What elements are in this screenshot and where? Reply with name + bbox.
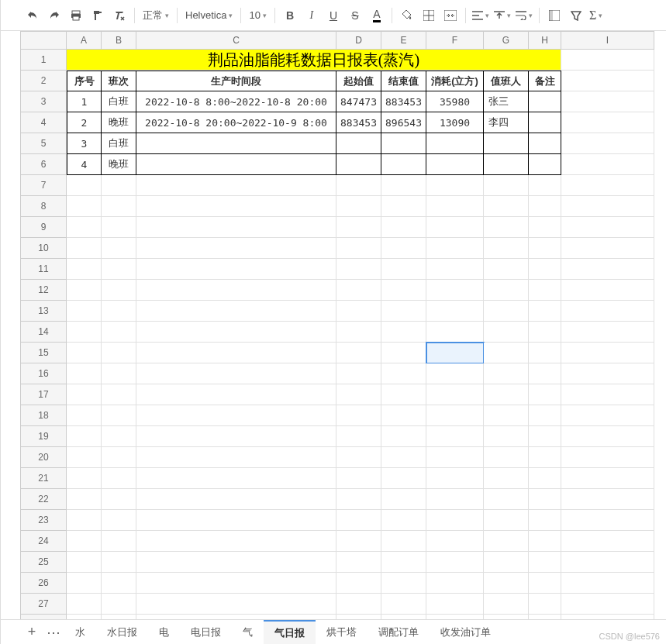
cell[interactable]	[102, 175, 136, 196]
cell[interactable]	[136, 384, 336, 405]
column-header[interactable]: I	[561, 31, 654, 50]
data-cell[interactable]	[484, 133, 529, 154]
cell[interactable]	[529, 217, 561, 238]
row-header[interactable]: 7	[20, 175, 67, 196]
cell[interactable]	[561, 384, 654, 405]
freeze-button[interactable]	[544, 5, 564, 26]
cell[interactable]	[102, 531, 136, 552]
cell[interactable]	[561, 50, 654, 71]
cell[interactable]	[336, 552, 381, 573]
font-dropdown[interactable]: Helvetica▾	[182, 5, 236, 26]
cell[interactable]	[336, 426, 381, 447]
horizontal-scrollbar[interactable]	[67, 584, 654, 594]
cell[interactable]	[102, 259, 136, 280]
row-header[interactable]: 4	[20, 112, 67, 133]
cell[interactable]	[136, 363, 336, 384]
row-header[interactable]: 26	[20, 573, 67, 594]
data-cell[interactable]	[336, 133, 381, 154]
data-cell[interactable]: 1	[67, 91, 102, 112]
cell[interactable]	[67, 384, 102, 405]
cell[interactable]	[381, 594, 426, 615]
row-header[interactable]: 14	[20, 322, 67, 343]
cell[interactable]	[561, 154, 654, 175]
cell[interactable]	[484, 489, 529, 510]
report-title[interactable]: 荆品油脂能耗数据日报表(蒸汽)	[67, 50, 561, 71]
cell[interactable]	[336, 363, 381, 384]
cell[interactable]	[67, 217, 102, 238]
fontsize-dropdown[interactable]: 10▾	[246, 5, 269, 26]
cell[interactable]	[136, 552, 336, 573]
cell[interactable]	[102, 363, 136, 384]
cell[interactable]	[561, 112, 654, 133]
cell[interactable]	[67, 594, 102, 615]
data-cell[interactable]	[136, 133, 336, 154]
cell[interactable]	[529, 301, 561, 322]
cell[interactable]	[484, 322, 529, 343]
valign-button[interactable]: ▾	[492, 5, 512, 26]
data-cell[interactable]: 13090	[426, 112, 484, 133]
cell[interactable]	[484, 343, 529, 363]
data-cell[interactable]: 2	[67, 112, 102, 133]
data-cell[interactable]: 847473	[336, 91, 381, 112]
cell[interactable]	[336, 259, 381, 280]
cell[interactable]	[102, 280, 136, 301]
cell[interactable]	[426, 175, 484, 196]
data-cell[interactable]: 晚班	[102, 154, 136, 175]
cell[interactable]	[102, 343, 136, 363]
cell[interactable]	[67, 405, 102, 426]
cell[interactable]	[561, 343, 654, 363]
cell[interactable]	[102, 447, 136, 468]
formula-button[interactable]: Σ▾	[588, 5, 604, 26]
cell[interactable]	[381, 468, 426, 489]
row-header[interactable]: 11	[20, 259, 67, 280]
cell[interactable]	[529, 594, 561, 615]
column-header[interactable]: G	[484, 31, 529, 50]
sheet-tab[interactable]: 收发油订单	[430, 620, 502, 645]
data-cell[interactable]: 4	[67, 154, 102, 175]
cell[interactable]	[426, 405, 484, 426]
cell[interactable]	[102, 238, 136, 259]
cell[interactable]	[561, 71, 654, 91]
column-header[interactable]: D	[336, 31, 381, 50]
cell[interactable]	[484, 552, 529, 573]
cell[interactable]	[336, 196, 381, 217]
cell[interactable]	[336, 217, 381, 238]
cell[interactable]	[381, 489, 426, 510]
cell[interactable]	[529, 196, 561, 217]
cell[interactable]	[561, 238, 654, 259]
cell[interactable]	[381, 280, 426, 301]
cell[interactable]	[381, 447, 426, 468]
cell[interactable]	[136, 322, 336, 343]
row-header[interactable]: 23	[20, 510, 67, 531]
data-cell[interactable]	[381, 154, 426, 175]
cell[interactable]	[426, 489, 484, 510]
grid[interactable]: 荆品油脂能耗数据日报表(蒸汽)序号班次生产时间段起始值结束值消耗(立方)值班人备…	[67, 50, 654, 619]
cell[interactable]	[136, 343, 336, 363]
cell[interactable]	[102, 468, 136, 489]
cell[interactable]	[426, 531, 484, 552]
cell[interactable]	[381, 384, 426, 405]
style-dropdown[interactable]: 正常▾	[140, 5, 172, 26]
cell[interactable]	[529, 531, 561, 552]
cell[interactable]	[136, 531, 336, 552]
data-cell[interactable]: 2022-10-8 8:00~2022-10-8 20:00	[136, 91, 336, 112]
cell[interactable]	[484, 594, 529, 615]
cell[interactable]	[484, 238, 529, 259]
cell[interactable]	[136, 447, 336, 468]
row-header[interactable]: 27	[20, 594, 67, 615]
table-header[interactable]: 序号	[67, 71, 102, 91]
cell[interactable]	[561, 196, 654, 217]
merge-button[interactable]	[440, 5, 461, 26]
cell[interactable]	[381, 217, 426, 238]
cell[interactable]	[336, 175, 381, 196]
cell[interactable]	[336, 594, 381, 615]
cell[interactable]	[67, 259, 102, 280]
row-header[interactable]: 13	[20, 301, 67, 322]
cell[interactable]	[336, 280, 381, 301]
cell[interactable]	[336, 405, 381, 426]
cell[interactable]	[426, 196, 484, 217]
cell[interactable]	[426, 552, 484, 573]
data-cell[interactable]	[529, 133, 561, 154]
data-cell[interactable]	[136, 154, 336, 175]
column-header[interactable]: E	[381, 31, 426, 50]
